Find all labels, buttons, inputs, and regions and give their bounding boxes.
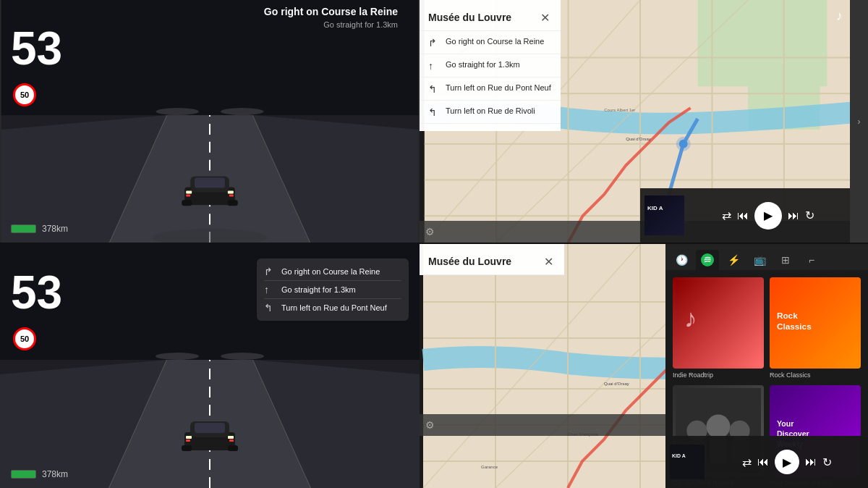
settings-gear-icon-bottom[interactable]: ⚙	[425, 419, 435, 431]
playlist-thumb-indie: ♪	[673, 277, 764, 369]
tab-spotify[interactable]	[696, 250, 719, 270]
svg-rect-17	[186, 194, 190, 196]
bottom-speed-value: 53	[11, 266, 62, 319]
svg-rect-55	[195, 423, 225, 433]
svg-rect-58	[186, 436, 192, 439]
directions-overlay-bottom: Musée du Louvre ✕	[420, 244, 564, 275]
music-player-bottom: KID A ⇄ ⏮ ▶ ⏭ ↻	[665, 436, 868, 488]
directions-header: Musée du Louvre ✕	[420, 7, 561, 31]
dir-text-2: Go straight for 1.3km	[446, 59, 520, 70]
direction-item-2: ↑ Go straight for 1.3km	[420, 54, 561, 77]
bottom-battery-bar	[11, 470, 36, 479]
play-button-bottom[interactable]: ▶	[775, 450, 799, 474]
svg-rect-12	[195, 178, 225, 188]
prev-button-bottom[interactable]: ⏮	[757, 455, 769, 468]
svg-text:Quai d'Orsay: Quai d'Orsay	[626, 137, 651, 141]
close-directions-button-bottom[interactable]: ✕	[541, 254, 556, 269]
turn-row-1: ↱ Go right on Course la Reine	[264, 263, 401, 281]
dir-icon-3: ↰	[428, 83, 440, 95]
turn-row-3: ↰ Turn left on Rue du Pont Neuf	[264, 299, 401, 316]
music-note-icon[interactable]: ♪	[836, 9, 843, 24]
turn-row-2: ↑ Go straight for 1.3km	[264, 281, 401, 299]
dir-text-3: Turn left on Rue du Pont Neuf	[446, 83, 551, 93]
turn-main-text: Go right on Course la Reine	[264, 6, 398, 17]
repeat-button-bottom[interactable]: ↻	[822, 455, 832, 469]
tab-bluetooth[interactable]: ⚡	[722, 250, 745, 270]
battery-bar	[11, 224, 36, 233]
svg-text:Your: Your	[777, 419, 793, 428]
dir-icon-1: ↱	[428, 37, 440, 49]
speed-display: 53	[11, 25, 62, 72]
speed-limit-badge: 50	[13, 83, 36, 106]
dir-icon-2: ↑	[428, 60, 440, 72]
turn-row-text-2: Go straight for 1.3km	[281, 285, 356, 294]
turn-box-bottom: ↱ Go right on Course la Reine ↑ Go strai…	[257, 258, 409, 321]
turn-row-text-1: Go right on Course la Reine	[281, 267, 380, 276]
bottom-dashboard-panel: 11:23 23°	[0, 244, 420, 488]
playlist-thumb-classics: Rock Classics	[770, 277, 861, 369]
bottom-screen: 11:23 23°	[0, 244, 868, 488]
album-art-image-top: KID A	[644, 195, 684, 235]
bottom-speed-limit-badge: 50	[13, 327, 36, 350]
next-button-bottom[interactable]: ⏭	[805, 455, 817, 468]
repeat-button-top[interactable]: ↻	[805, 209, 814, 222]
tab-clock[interactable]: 🕐	[670, 250, 693, 270]
svg-point-9	[221, 108, 264, 115]
svg-rect-61	[229, 439, 234, 442]
music-player-top: KID A ⇄ ⏮ ▶ ⏭ ↻	[640, 188, 850, 243]
svg-rect-13	[182, 200, 192, 206]
turn-sub-text: Go straight for 1.3km	[264, 20, 398, 29]
prev-button-top[interactable]: ⏮	[737, 209, 749, 222]
directions-header-bottom: Musée du Louvre ✕	[420, 251, 564, 275]
svg-point-82	[701, 253, 714, 266]
bottom-range-indicator: 378km	[11, 469, 68, 479]
bottom-speed-display: 53	[11, 269, 62, 316]
shuffle-button-top[interactable]: ⇄	[722, 209, 731, 222]
svg-text:KID A: KID A	[647, 205, 663, 211]
shuffle-button-bottom[interactable]: ⇄	[742, 455, 752, 469]
destination-title-bottom: Musée du Louvre	[428, 256, 511, 267]
top-dashboard-panel: 11:23 23°	[0, 0, 420, 243]
tab-tv[interactable]: 📺	[748, 250, 771, 270]
playlist-label-classics: Rock Classics	[770, 371, 861, 379]
tab-nav[interactable]: ⌐	[800, 250, 823, 270]
play-button-top[interactable]: ▶	[754, 202, 782, 230]
screen-container: 11:23 23°	[0, 0, 868, 488]
svg-text:♪: ♪	[684, 304, 697, 332]
turn-row-icon-3: ↰	[264, 302, 276, 314]
settings-gear-icon[interactable]: ⚙	[425, 226, 435, 237]
svg-point-36	[676, 137, 691, 151]
svg-point-51	[156, 353, 199, 360]
dir-text-4: Turn left on Rue de Rivoli	[446, 106, 535, 116]
svg-rect-60	[186, 439, 190, 442]
turn-instruction-top: Go right on Course la Reine Go straight …	[264, 6, 398, 29]
top-map-panel: Avenue Montaigne Cours Albert 1er Quai d…	[420, 0, 868, 243]
svg-point-52	[221, 353, 264, 360]
dir-text-1: Go right on Course la Reine	[446, 36, 544, 46]
close-directions-button[interactable]: ✕	[537, 10, 552, 25]
next-button-top[interactable]: ⏭	[788, 209, 799, 222]
bottom-map-panel: Quai d'Orsay Chez Françoise Garance Musé…	[420, 244, 868, 488]
tab-grid[interactable]: ⊞	[774, 250, 797, 270]
range-value: 378km	[42, 224, 68, 234]
spotify-panel: 🕐 ⚡ 📺 ⊞ ⌐	[665, 244, 868, 488]
svg-rect-41	[644, 195, 684, 235]
playlist-card-indie[interactable]: ♪ Indie Roadtrip	[673, 277, 764, 379]
svg-rect-18	[229, 194, 234, 196]
bottom-speed-limit-value: 50	[20, 335, 29, 343]
svg-rect-14	[228, 200, 238, 206]
svg-point-92	[706, 414, 730, 438]
top-screen: 11:23 23°	[0, 0, 868, 244]
svg-text:Classics: Classics	[777, 321, 812, 331]
svg-point-8	[156, 108, 199, 115]
direction-item-1: ↱ Go right on Course la Reine	[420, 31, 561, 54]
player-controls-bottom: ⇄ ⏮ ▶ ⏭ ↻	[710, 450, 864, 474]
svg-rect-57	[228, 445, 238, 451]
playlist-card-classics[interactable]: Rock Classics Rock Classics	[770, 277, 861, 379]
player-controls-top: ⇄ ⏮ ▶ ⏭ ↻	[690, 202, 846, 230]
expand-right-icon[interactable]: ›	[858, 117, 861, 127]
svg-text:KID A: KID A	[672, 453, 686, 458]
range-indicator: 378km	[11, 224, 68, 234]
destination-title: Musée du Louvre	[428, 12, 511, 23]
svg-rect-56	[182, 445, 192, 451]
